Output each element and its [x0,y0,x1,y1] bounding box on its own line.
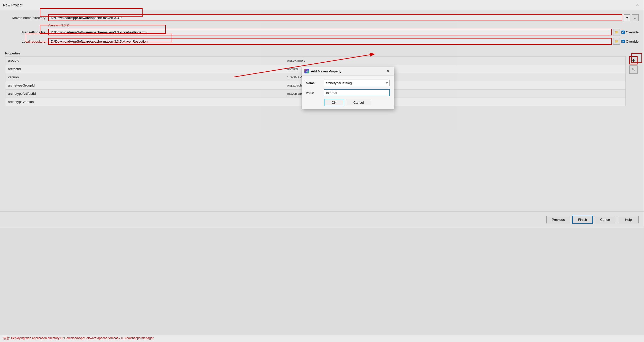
modal-name-value: archetypeCatalog [326,81,352,85]
modal-body: Name archetypeCatalog ▾ Value OK Cancel [302,75,394,109]
modal-overlay: M Add Maven Property ✕ Name archetypeCat… [0,0,644,342]
add-maven-property-dialog: M Add Maven Property ✕ Name archetypeCat… [302,67,394,109]
modal-close-button[interactable]: ✕ [385,69,391,74]
page-wrapper: New Project ✕ Maven home directory: ▾ … … [0,0,644,342]
modal-title-bar: M Add Maven Property ✕ [302,67,394,75]
modal-cancel-button[interactable]: Cancel [346,99,371,106]
modal-name-select[interactable]: archetypeCatalog ▾ [324,80,390,86]
modal-name-label: Name [306,81,321,85]
modal-buttons: OK Cancel [306,99,390,106]
modal-icon: M [304,69,309,73]
modal-value-row: Value [306,89,390,96]
modal-name-dropdown-icon: ▾ [386,81,388,85]
modal-title-label: Add Maven Property [311,69,342,73]
modal-ok-button[interactable]: OK [324,99,344,106]
modal-value-input[interactable] [324,89,390,96]
modal-value-label: Value [306,91,321,95]
modal-name-row: Name archetypeCatalog ▾ [306,80,390,86]
modal-title-text: M Add Maven Property [304,69,342,73]
